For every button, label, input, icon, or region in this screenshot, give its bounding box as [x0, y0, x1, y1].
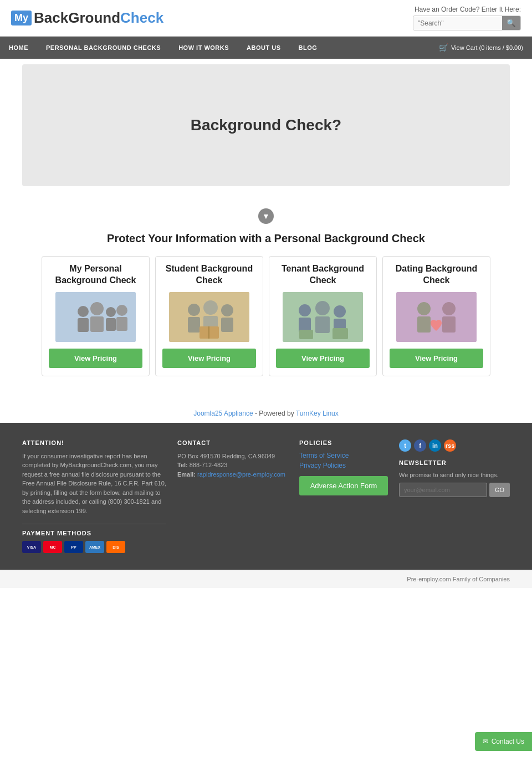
- newsletter-heading: NEWSLETTER: [399, 459, 510, 466]
- logo-text: BackGroundCheck: [34, 9, 163, 27]
- svg-point-7: [116, 305, 127, 316]
- nav-home[interactable]: HOME: [0, 38, 37, 58]
- footer-attention: ATTENTION! If your consumer investigativ…: [22, 439, 166, 554]
- nav-personal-bg-checks[interactable]: PERSONAL BACKGROUND CHECKS: [37, 38, 170, 58]
- amex-icon: AMEX: [85, 541, 104, 553]
- footer-policies: POLICIES Terms of Service Privacy Polici…: [299, 439, 388, 554]
- nav-blog[interactable]: BLOG: [290, 38, 326, 58]
- svg-point-19: [299, 304, 311, 316]
- logo-check: Check: [120, 9, 163, 26]
- newsletter-email-input[interactable]: [399, 483, 487, 497]
- facebook-icon[interactable]: f: [414, 439, 426, 452]
- card-title-3: Tenant Background Check: [276, 263, 370, 287]
- joomla-link[interactable]: Joomla25 Appliance: [193, 410, 253, 417]
- search-button[interactable]: 🔍: [502, 16, 520, 30]
- card-image-3: [283, 292, 363, 342]
- privacy-policies-link[interactable]: Privacy Policies: [299, 462, 388, 469]
- powered-by-suffix: - Powered by: [255, 410, 296, 417]
- view-pricing-btn-1[interactable]: View Pricing: [49, 349, 142, 368]
- turnkey-link[interactable]: TurnKey Linux: [296, 410, 339, 417]
- card-image-2: [169, 292, 249, 342]
- policies-heading: POLICIES: [299, 439, 388, 446]
- svg-rect-22: [315, 316, 330, 333]
- svg-point-1: [78, 306, 89, 317]
- card-student: Student Background Check View Pricing: [155, 256, 263, 376]
- logo-background: BackGround: [34, 9, 120, 26]
- hero-title: Background Check?: [180, 105, 352, 145]
- svg-rect-15: [221, 318, 233, 332]
- payment-cards: VISA MC PP AMEX DIS: [22, 541, 166, 553]
- svg-point-5: [106, 307, 116, 317]
- cart-icon: 🛒: [439, 43, 448, 52]
- hero-banner: Background Check?: [22, 64, 510, 186]
- cart-area[interactable]: 🛒 View Cart (0 items / $0.00): [430, 37, 532, 59]
- search-input[interactable]: [413, 17, 502, 30]
- twitter-icon[interactable]: t: [399, 439, 411, 452]
- footer-right: t f in rss NEWSLETTER We promise to send…: [399, 439, 510, 554]
- svg-rect-26: [332, 328, 348, 339]
- card-image-4: [396, 292, 477, 342]
- svg-point-3: [90, 302, 104, 315]
- linkedin-icon[interactable]: in: [429, 439, 441, 452]
- search-box: 🔍: [413, 16, 521, 30]
- card-title-2: Student Background Check: [162, 263, 256, 287]
- svg-rect-31: [442, 316, 456, 333]
- adverse-action-form-button[interactable]: Adverse Action Form: [299, 476, 388, 495]
- newsletter-area: NEWSLETTER We promise to send only nice …: [399, 459, 510, 497]
- svg-point-30: [442, 302, 456, 315]
- main-nav: HOME PERSONAL BACKGROUND CHECKS HOW IT W…: [0, 37, 532, 59]
- nav-about-us[interactable]: ABOUT US: [238, 38, 289, 58]
- section-title: Protect Your Information with a Personal…: [22, 232, 510, 245]
- card-my-personal: My Personal Background Check View Pricin…: [42, 256, 150, 376]
- newsletter-submit-button[interactable]: GO: [489, 483, 510, 497]
- down-arrow-icon: ▼: [258, 208, 274, 224]
- svg-rect-25: [299, 330, 313, 339]
- email-link[interactable]: rapidresponse@pre-employ.com: [197, 471, 285, 478]
- attention-heading: ATTENTION!: [22, 439, 166, 446]
- paypal-icon: PP: [64, 541, 83, 553]
- tel-label: Tel:: [177, 462, 188, 468]
- email-label: Email:: [177, 471, 196, 478]
- contact-po: PO Box 491570 Redding, CA 96049: [177, 452, 288, 461]
- svg-point-28: [417, 302, 431, 315]
- view-pricing-btn-3[interactable]: View Pricing: [276, 349, 370, 368]
- svg-point-10: [188, 304, 200, 316]
- view-pricing-btn-4[interactable]: View Pricing: [390, 349, 483, 368]
- card-dating: Dating Background Check View Pricing: [382, 256, 490, 376]
- payment-heading: PAYMENT METHODS: [22, 530, 166, 536]
- svg-point-21: [315, 301, 330, 315]
- order-code-label: Have an Order Code? Enter It Here:: [413, 6, 521, 13]
- protect-section: ▼ Protect Your Information with a Person…: [0, 192, 532, 393]
- svg-rect-29: [417, 316, 431, 333]
- attention-text: If your consumer investigative report ha…: [22, 452, 166, 516]
- nav-how-it-works[interactable]: HOW IT WORKS: [170, 38, 238, 58]
- terms-of-service-link[interactable]: Terms of Service: [299, 452, 388, 459]
- view-pricing-btn-2[interactable]: View Pricing: [162, 349, 256, 368]
- contact-email: Email: rapidresponse@pre-employ.com: [177, 470, 288, 479]
- discover-icon: DIS: [106, 541, 125, 553]
- rss-icon[interactable]: rss: [444, 439, 456, 452]
- down-arrow: ▼: [22, 208, 510, 224]
- header: My BackGroundCheck Have an Order Code? E…: [0, 0, 532, 37]
- header-right: Have an Order Code? Enter It Here: 🔍: [413, 6, 521, 30]
- svg-rect-27: [396, 292, 477, 342]
- card-image-1: [55, 292, 136, 342]
- svg-point-14: [221, 304, 233, 316]
- bottom-bar-text: Pre-employ.com Family of Companies: [407, 576, 510, 582]
- svg-point-12: [203, 300, 218, 315]
- social-icons: t f in rss: [399, 439, 510, 452]
- cards-grid: My Personal Background Check View Pricin…: [22, 256, 510, 376]
- svg-rect-4: [90, 316, 104, 332]
- tel-number: 888-712-4823: [190, 462, 228, 468]
- logo-area: My BackGroundCheck: [11, 9, 163, 27]
- card-title-1: My Personal Background Check: [49, 263, 142, 287]
- logo-my-badge: My: [11, 11, 32, 25]
- powered-by: Joomla25 Appliance - Powered by TurnKey …: [0, 393, 532, 423]
- newsletter-subtext: We promise to send only nice things.: [399, 472, 510, 478]
- svg-rect-8: [116, 317, 127, 331]
- svg-rect-2: [78, 318, 89, 332]
- footer: ATTENTION! If your consumer investigativ…: [0, 423, 532, 570]
- svg-point-23: [334, 305, 346, 318]
- footer-contact: CONTACT PO Box 491570 Redding, CA 96049 …: [177, 439, 288, 554]
- cart-label: View Cart (0 items / $0.00): [451, 44, 523, 51]
